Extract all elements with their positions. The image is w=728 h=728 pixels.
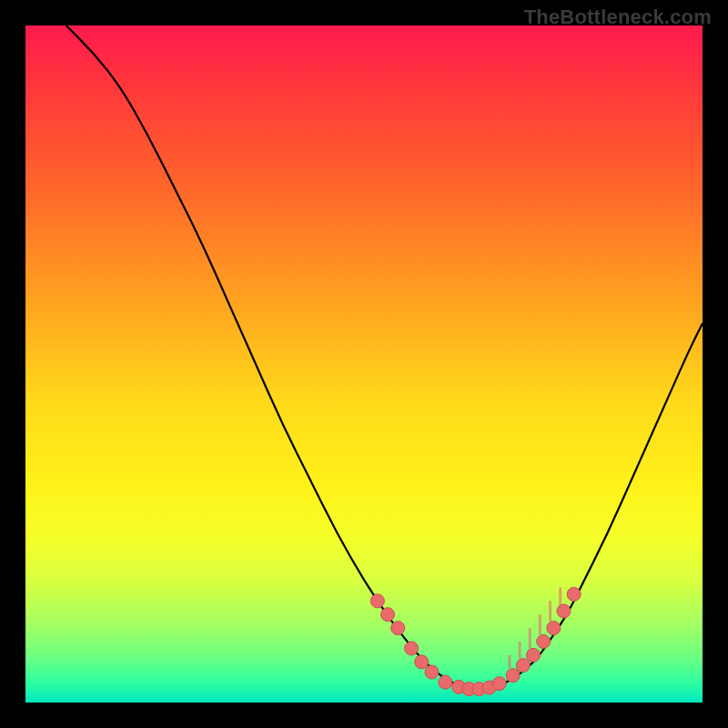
data-marker — [557, 604, 571, 618]
data-marker — [506, 669, 520, 682]
data-marker — [537, 635, 551, 649]
data-marker — [415, 655, 429, 669]
chart-svg — [25, 25, 703, 703]
chart-container: TheBottleneck.com — [0, 0, 728, 728]
marker-group — [370, 587, 581, 695]
data-marker — [405, 642, 419, 655]
data-marker — [516, 659, 530, 672]
curve-group — [66, 25, 703, 689]
data-marker — [370, 594, 384, 608]
data-marker — [547, 622, 561, 635]
data-marker — [425, 665, 439, 679]
tick-bar — [549, 601, 551, 621]
data-marker — [391, 622, 405, 635]
data-marker — [527, 648, 541, 662]
data-marker — [492, 677, 506, 691]
data-marker — [439, 675, 452, 689]
tick-bar — [539, 614, 541, 634]
tick-bar — [508, 655, 511, 669]
tick-bar — [529, 628, 531, 648]
bottleneck-curve — [66, 25, 703, 689]
tick-bar — [519, 642, 521, 659]
data-marker — [567, 587, 581, 601]
data-marker — [381, 608, 395, 622]
